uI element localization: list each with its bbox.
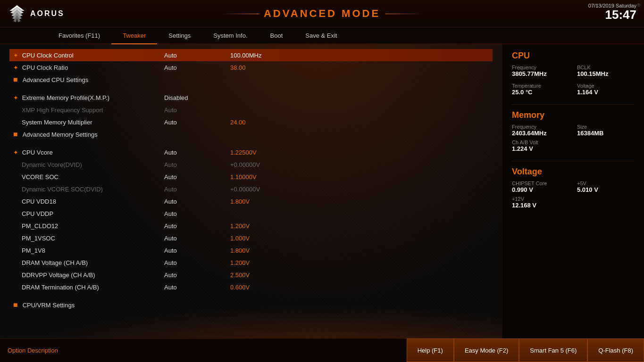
bullet-icon-mem: ■	[13, 130, 18, 139]
setting-advanced-memory[interactable]: ■ Advanced Memory Settings	[9, 128, 493, 140]
nav-favorites[interactable]: Favorites (F11)	[47, 27, 111, 44]
setting-xmp-hfs: XMP High Frequency Support Auto	[9, 104, 493, 116]
setting-value2-cpu-vdd18: 1.800V	[230, 198, 250, 205]
setting-value-pm-1vsoc: Auto	[164, 235, 230, 242]
setting-dram-voltage[interactable]: DRAM Voltage (CH A/B) Auto 1.200V	[9, 256, 493, 269]
setting-value-vcore-soc: Auto	[164, 173, 230, 181]
star-icon-ratio: ✦	[13, 64, 18, 71]
setting-value2-dram-term: 0.600V	[230, 284, 250, 291]
bullet-icon-vrm: ■	[13, 301, 18, 309]
setting-value-xmp: Disabled	[164, 94, 230, 101]
settings-panel[interactable]: ✦ CPU Clock Control Auto 100.00MHz ✦ CPU…	[0, 44, 502, 338]
setting-value2-dram-voltage: 1.200V	[230, 259, 250, 266]
stat-mem-ch-volt: Ch A/B Volt 1.224 V	[512, 140, 635, 152]
header-title: ADVANCED MODE	[264, 8, 380, 20]
setting-name-xmp: ✦ Extreme Memory Profile(X.M.P.)	[13, 94, 164, 101]
header: AORUS ADVANCED MODE 07/13/2019 Saturday …	[0, 0, 644, 27]
setting-dynamic-vcore-soc: Dynamic VCORE SOC(DVID) Auto +0.00000V	[9, 183, 493, 195]
setting-cpu-vdd18[interactable]: CPU VDD18 Auto 1.800V	[9, 195, 493, 207]
stat-cpu-freq-label: Frequency 3805.77MHz	[512, 65, 569, 77]
stat-5v: +5V 5.010 V	[577, 181, 635, 193]
stat-cpu-grid: Frequency 3805.77MHz BCLK 100.15MHz Temp…	[512, 65, 635, 96]
setting-ddrvpp[interactable]: DDRVPP Voltage (CH A/B) Auto 2.500V	[9, 269, 493, 281]
setting-value-mem-multiplier: Auto	[164, 119, 230, 126]
divider-cpu-mem	[512, 104, 635, 105]
star-icon: ✦	[13, 52, 18, 59]
setting-value-pm-1v8: Auto	[164, 247, 230, 254]
registered-symbol: ®	[637, 3, 640, 8]
setting-value-dram-term: Auto	[164, 284, 230, 291]
setting-value2-pm-1vsoc: 1.000V	[230, 235, 250, 242]
stat-voltage-title: Voltage	[512, 167, 635, 177]
setting-value-xmp-hfs: Auto	[164, 107, 230, 114]
setting-xmp[interactable]: ✦ Extreme Memory Profile(X.M.P.) Disable…	[9, 91, 493, 104]
help-button[interactable]: Help (F1)	[407, 338, 454, 362]
datetime-time: 15:47	[588, 8, 636, 21]
setting-value2-cpu-clock-control: 100.00MHz	[230, 52, 261, 59]
setting-cpu-vcore[interactable]: ✦ CPU Vcore Auto 1.22500V	[9, 146, 493, 158]
smart-fan-button[interactable]: Smart Fan 5 (F6)	[519, 338, 587, 362]
nav-boot[interactable]: Boot	[259, 27, 294, 44]
setting-value2-ddrvpp: 2.500V	[230, 272, 250, 279]
setting-value-ddrvpp: Auto	[164, 272, 230, 279]
setting-pm-1vsoc[interactable]: PM_1VSOC Auto 1.000V	[9, 232, 493, 244]
bullet-icon-cpu: ■	[13, 75, 18, 84]
setting-name-dram-voltage: DRAM Voltage (CH A/B)	[13, 259, 164, 266]
setting-pm-cldo12[interactable]: PM_CLDO12 Auto 1.200V	[9, 220, 493, 232]
setting-value2-pm-cldo12: 1.200V	[230, 222, 250, 230]
setting-name-vcore-soc: VCORE SOC	[13, 173, 164, 181]
logo-area: AORUS	[8, 4, 65, 23]
setting-cpu-vddp[interactable]: CPU VDDP Auto	[9, 207, 493, 220]
setting-name-dynamic-vcore-soc: Dynamic VCORE SOC(DVID)	[13, 186, 164, 193]
setting-vcore-soc[interactable]: VCORE SOC Auto 1.10000V	[9, 171, 493, 183]
bottom-bar: Option Description Help (F1) Easy Mode (…	[0, 338, 644, 362]
setting-dram-term[interactable]: DRAM Termination (CH A/B) Auto 0.600V	[9, 281, 493, 293]
setting-name-pm-cldo12: PM_CLDO12	[13, 222, 164, 230]
setting-cpu-clock-control[interactable]: ✦ CPU Clock Control Auto 100.00MHz	[9, 49, 493, 61]
setting-value-cpu-vddp: Auto	[164, 210, 230, 217]
setting-name-ddrvpp: DDRVPP Voltage (CH A/B)	[13, 272, 164, 279]
setting-value2-pm-1v8: 1.800V	[230, 247, 250, 254]
nav-tweaker[interactable]: Tweaker	[111, 27, 157, 44]
setting-value2-cpu-clock-ratio: 38.00	[230, 64, 246, 71]
main-content: ✦ CPU Clock Control Auto 100.00MHz ✦ CPU…	[0, 44, 644, 338]
stats-panel: CPU Frequency 3805.77MHz BCLK 100.15MHz …	[502, 44, 644, 338]
nav-system-info[interactable]: System Info.	[202, 27, 259, 44]
stat-12v: +12V 12.168 V	[512, 196, 635, 209]
setting-cpu-clock-ratio[interactable]: ✦ CPU Clock Ratio Auto 38.00	[9, 61, 493, 74]
nav-save-exit[interactable]: Save & Exit	[294, 27, 348, 44]
stat-mem-size: Size 16384MB	[577, 124, 635, 137]
setting-name-advanced-memory: ■ Advanced Memory Settings	[13, 130, 164, 139]
stat-memory-grid: Frequency 2403.64MHz Size 16384MB	[512, 124, 635, 137]
setting-value-dram-voltage: Auto	[164, 259, 230, 266]
spacer-1	[9, 86, 493, 91]
stat-memory-title: Memory	[512, 110, 635, 120]
setting-value-dynamic-vcore: Auto	[164, 161, 230, 168]
setting-name-cpu-vrm: ■ CPU/VRM Settings	[13, 301, 164, 309]
setting-name-pm-1v8: PM_1V8	[13, 247, 164, 254]
nav-settings[interactable]: Settings	[157, 27, 202, 44]
page-wrapper: AORUS ADVANCED MODE 07/13/2019 Saturday …	[0, 0, 644, 362]
setting-mem-multiplier[interactable]: System Memory Multiplier Auto 24.00	[9, 116, 493, 128]
setting-value2-dynamic-vcore: +0.00000V	[230, 161, 260, 168]
setting-value-cpu-clock-ratio: Auto	[164, 64, 230, 71]
stat-cpu-bclk: BCLK 100.15MHz	[577, 65, 635, 77]
setting-value-cpu-clock-control: Auto	[164, 52, 230, 59]
setting-name-xmp-hfs: XMP High Frequency Support	[13, 107, 164, 114]
setting-advanced-cpu[interactable]: ■ Advanced CPU Settings	[9, 74, 493, 86]
easy-mode-button[interactable]: Easy Mode (F2)	[454, 338, 519, 362]
logo-text: AORUS	[30, 9, 65, 18]
q-flash-button[interactable]: Q-Flash (F8)	[587, 338, 644, 362]
stat-voltage-grid: CHIPSET Core 0.990 V +5V 5.010 V	[512, 181, 635, 193]
setting-pm-1v8[interactable]: PM_1V8 Auto 1.800V	[9, 244, 493, 256]
footer-buttons: Help (F1) Easy Mode (F2) Smart Fan 5 (F6…	[407, 338, 644, 362]
stat-cpu-title: CPU	[512, 51, 635, 61]
setting-name-dram-term: DRAM Termination (CH A/B)	[13, 284, 164, 291]
setting-name-dynamic-vcore: Dynamic Vcore(DVID)	[13, 161, 164, 168]
stat-voltage-section: Voltage CHIPSET Core 0.990 V +5V 5.010 V…	[512, 167, 635, 209]
stat-cpu-section: CPU Frequency 3805.77MHz BCLK 100.15MHz …	[512, 51, 635, 96]
setting-cpu-vrm[interactable]: ■ CPU/VRM Settings	[9, 299, 493, 311]
setting-name-cpu-clock-control: ✦ CPU Clock Control	[13, 52, 164, 59]
star-icon-vcore: ✦	[13, 149, 18, 156]
setting-value-dynamic-vcore-soc: Auto	[164, 186, 230, 193]
